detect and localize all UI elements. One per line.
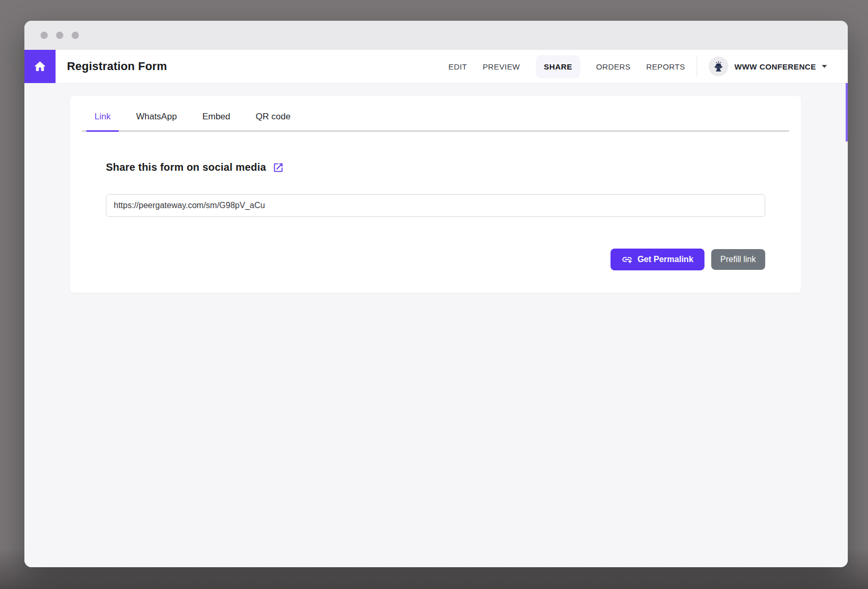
chevron-down-icon (821, 64, 828, 69)
prefill-link-label: Prefill link (721, 255, 756, 264)
window-dot-1[interactable] (40, 32, 48, 39)
tab-embed[interactable]: Embed (194, 112, 239, 131)
home-icon (33, 60, 47, 73)
avatar (709, 57, 728, 76)
account-menu[interactable]: WWW CONFERENCE (709, 57, 828, 76)
tab-qr-code[interactable]: QR code (248, 112, 299, 131)
prefill-link-button[interactable]: Prefill link (711, 249, 765, 270)
window-dot-3[interactable] (72, 32, 79, 39)
nav-item-edit[interactable]: EDIT (449, 62, 467, 71)
main-nav: EDIT PREVIEW SHARE ORDERS REPORTS (449, 62, 685, 71)
share-tabs: Link WhatsApp Embed QR code (82, 96, 789, 131)
conference-avatar-icon (712, 60, 725, 73)
get-permalink-label: Get Permalink (638, 255, 694, 264)
window-titlebar (24, 21, 848, 50)
tab-link[interactable]: Link (86, 112, 119, 131)
app-header: Registration Form EDIT PREVIEW SHARE ORD… (24, 50, 848, 83)
nav-item-orders[interactable]: ORDERS (596, 62, 631, 71)
add-link-icon (621, 254, 633, 265)
account-name: WWW CONFERENCE (735, 62, 816, 71)
nav-item-preview[interactable]: PREVIEW (483, 62, 520, 71)
get-permalink-button[interactable]: Get Permalink (611, 249, 704, 270)
external-link-icon[interactable] (273, 162, 284, 173)
window-dot-2[interactable] (56, 32, 63, 39)
home-button[interactable] (24, 50, 56, 83)
share-card: Link WhatsApp Embed QR code Share this f… (70, 96, 801, 293)
tab-whatsapp[interactable]: WhatsApp (128, 112, 185, 131)
content-area: Link WhatsApp Embed QR code Share this f… (24, 83, 848, 567)
share-link-input[interactable] (106, 194, 765, 217)
button-row: Get Permalink Prefill link (106, 249, 765, 270)
header-divider (697, 57, 697, 76)
nav-item-share[interactable]: SHARE (536, 55, 581, 78)
app-window: Registration Form EDIT PREVIEW SHARE ORD… (24, 21, 848, 567)
share-heading: Share this form on social media (106, 161, 266, 173)
page-title: Registration Form (67, 60, 167, 73)
nav-item-reports[interactable]: REPORTS (646, 62, 685, 71)
